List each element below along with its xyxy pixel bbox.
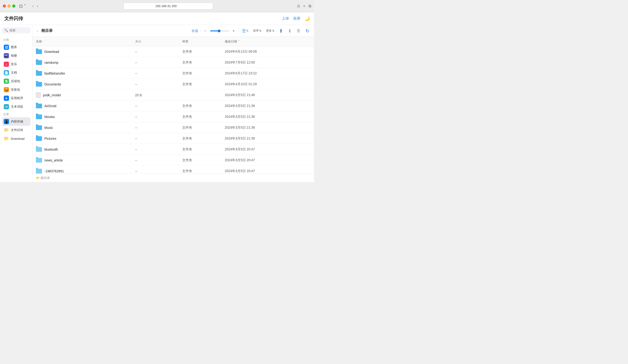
file-row-name: Movies (36, 115, 135, 119)
file-row[interactable]: -1983762891 -- 文件夹 2024年3月5日 20:47 (33, 166, 314, 173)
tabs-button[interactable]: ⧉ (309, 4, 311, 8)
file-row-date: 2024年3月5日 21:36 (225, 126, 311, 130)
maximize-button[interactable] (12, 4, 15, 7)
refresh-button[interactable]: ↻ (304, 27, 311, 34)
upload-link[interactable]: 上传 (282, 16, 289, 21)
toolbar-divider-1 (200, 29, 201, 33)
file-row[interactable]: fastfiletransfer -- 文件夹 2024年6月17日 23:22 (33, 68, 314, 79)
download-folder-icon: 📁 (4, 136, 9, 141)
column-type-header: 种类 (182, 39, 225, 44)
file-row[interactable]: Download -- 文件夹 2024年8月12日 06:08 (33, 46, 314, 57)
file-row-name: Music (36, 125, 135, 130)
file-row-name: Documents (36, 82, 135, 87)
sidebar-item-install[interactable]: 📦 安装包 (2, 85, 30, 94)
album-icon: 📷 (4, 53, 9, 58)
file-name-text: AirDroid (44, 104, 56, 108)
browser-chrome: ⊡ ˅ ‹ › ⎙ + ⧉ (0, 0, 314, 12)
sidebar-item-zip-label: 压缩包 (11, 79, 20, 83)
file-row-name: AirDroid (36, 104, 135, 108)
close-button[interactable] (3, 4, 6, 7)
address-input[interactable] (123, 2, 213, 10)
toolbar-back-button[interactable]: ‹ (36, 28, 39, 34)
file-row-name: psdk_model (36, 92, 135, 98)
forward-nav-button[interactable]: › (36, 3, 39, 9)
bottom-bar: 📁 根目录 (33, 173, 314, 182)
sidebar-item-sms-label: 文本消息 (11, 105, 23, 109)
file-name-text: news_article (44, 158, 63, 162)
file-name-text: Documents (44, 82, 61, 86)
browser-nav-controls: ‹ › (31, 3, 39, 9)
gallery-icon: 🖼 (4, 45, 9, 50)
sidebar-item-zip[interactable]: 🗜 压缩包 (2, 77, 30, 85)
folder-icon (36, 49, 42, 54)
search-input[interactable] (9, 29, 28, 32)
file-row-size: -- (135, 82, 182, 86)
sort-button[interactable]: 排序 ⇅ (252, 28, 262, 34)
sidebar-item-apps[interactable]: A 应用程序 (2, 94, 30, 102)
sidebar-item-album[interactable]: 📷 相册 (2, 52, 30, 60)
sidebar-item-apps-label: 应用程序 (11, 96, 23, 100)
file-row-size: -- (135, 137, 182, 141)
file-row[interactable]: news_article -- 文件夹 2024年3月5日 20:47 (33, 155, 314, 166)
more-button[interactable]: 更多 ⇅ (265, 28, 276, 34)
delete-button[interactable]: 🗑 (295, 28, 302, 34)
sidebar-item-flash[interactable]: 📁 文件闪传 (2, 126, 30, 134)
sidebar-item-music[interactable]: ♪ 音乐 (2, 60, 30, 69)
sidebar-item-internal-label: 内部存储 (11, 119, 23, 124)
file-row-date: 2024年3月5日 21:36 (225, 115, 311, 119)
decrease-size-button[interactable]: − (203, 28, 208, 34)
size-slider[interactable] (210, 30, 229, 31)
increase-size-button[interactable]: + (231, 28, 236, 34)
file-row[interactable]: Documents -- 文件夹 2024年4月10日 01:29 (33, 79, 314, 90)
file-row-size: -- (135, 104, 182, 108)
file-name-text: psdk_model (43, 93, 61, 97)
new-tab-button[interactable]: + (303, 4, 305, 8)
breadcrumb: 根目录 (41, 28, 53, 33)
file-row-size: -- (135, 50, 182, 54)
sort-label: 排序 (253, 29, 259, 33)
file-row-name: ramdump (36, 60, 135, 65)
docs-icon: 📄 (4, 70, 9, 75)
file-row-name: fastfiletransfer (36, 71, 135, 76)
folder-icon (36, 125, 42, 130)
upload-button[interactable]: ⬆ (278, 27, 284, 34)
list-view-button[interactable]: ☰ ⇅ (241, 28, 249, 34)
sidebar-item-docs[interactable]: 📄 文档 (2, 69, 30, 77)
select-all-button[interactable]: 全选 (191, 29, 198, 33)
file-row[interactable]: psdk_model 20 B 2024年3月5日 21:48 (33, 90, 314, 101)
share-button[interactable]: ⎙ (298, 4, 300, 8)
folder-icon (36, 60, 42, 65)
install-icon: 📦 (4, 87, 9, 92)
download-button[interactable]: ⬇ (287, 27, 293, 34)
file-name-text: fastfiletransfer (44, 72, 65, 75)
file-row[interactable]: Music -- 文件夹 2024年3月5日 21:36 (33, 122, 314, 133)
back-nav-button[interactable]: ‹ (31, 3, 35, 9)
sort-arrow-icon[interactable]: ˅ (238, 40, 239, 43)
sidebar-item-download[interactable]: 📁 Download (2, 134, 30, 143)
sidebar-item-internal[interactable]: 📱 内部存储 (2, 117, 30, 126)
search-box[interactable]: 🔍 (2, 27, 30, 33)
file-row[interactable]: AirDroid -- 文件夹 2024年3月5日 21:39 (33, 101, 314, 111)
file-icon (36, 92, 41, 98)
minimize-button[interactable] (7, 4, 11, 7)
sidebar-toggle-button[interactable]: ⊡ ˅ (18, 3, 27, 9)
slider-thumb[interactable] (218, 29, 221, 32)
file-row-date: 2024年4月10日 01:29 (225, 82, 311, 86)
file-row[interactable]: Pictures -- 文件夹 2024年3月5日 21:36 (33, 133, 314, 144)
file-row[interactable]: bluetooth -- 文件夹 2024年3月5日 20:47 (33, 144, 314, 155)
folder-icon (36, 158, 42, 163)
file-list: Download -- 文件夹 2024年8月12日 06:08 ramdump… (33, 46, 314, 173)
traffic-lights (3, 4, 15, 7)
dark-mode-button[interactable]: 🌙 (305, 16, 310, 21)
file-row[interactable]: ramdump -- 文件夹 2024年7月9日 12:00 (33, 57, 314, 68)
file-row[interactable]: Movies -- 文件夹 2024年3月5日 21:36 (33, 111, 314, 122)
sidebar-item-sms[interactable]: ✉ 文本消息 (2, 102, 30, 111)
file-row-date: 2024年3月5日 21:39 (225, 104, 311, 108)
sidebar-item-gallery[interactable]: 🖼 图库 (2, 43, 30, 52)
flash-folder-icon: 📁 (4, 128, 9, 133)
app-title: 文件闪传 (4, 15, 23, 22)
project-link[interactable]: 投屏 (293, 16, 300, 21)
column-headers: 名称 大小 种类 修改日期 ˅ (33, 37, 314, 46)
file-row-type: 文件夹 (182, 61, 225, 65)
file-row-type: 文件夹 (182, 137, 225, 141)
